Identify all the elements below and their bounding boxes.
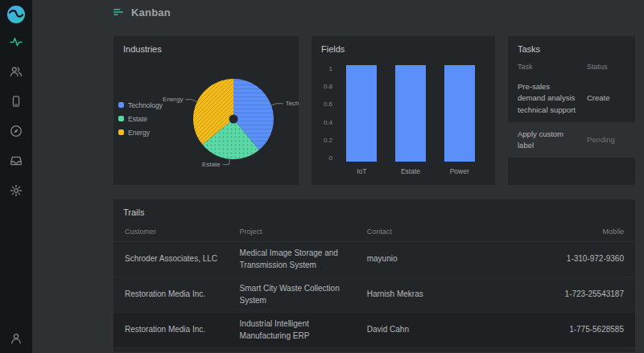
bar-plot: IoTEstatePower <box>337 65 484 185</box>
pie-wrap: Techno...EstateEnergy <box>170 60 297 178</box>
trail-cell-project: Industrial Intelligent Manufacturing ERP <box>240 318 367 342</box>
task-status: Pending <box>587 134 625 146</box>
tasks-col-status: Status <box>587 63 625 71</box>
trails-col-contact: Contact <box>367 228 467 236</box>
y-tick-label: 0.4 <box>324 119 332 126</box>
trails-col-customer: Customer <box>125 228 240 236</box>
fields-bar-chart: 10.80.60.40.20 IoTEstatePower <box>312 57 495 185</box>
settings-icon[interactable] <box>10 184 23 197</box>
task-name: Pre-sales demand analysis technical supp… <box>518 81 587 116</box>
bar-iot <box>346 65 377 162</box>
fields-card: Fields 10.80.60.40.20 IoTEstatePower <box>311 35 496 186</box>
pie-callout-label: Techno... <box>286 100 299 107</box>
y-tick-label: 0.2 <box>324 137 332 144</box>
trails-card: Trails Customer Project Contact Mobile S… <box>113 199 636 353</box>
trail-cell-customer: Restoration Media Inc. <box>125 289 240 301</box>
task-name: Apply custom label <box>518 129 587 152</box>
legend-label: Technology <box>128 101 163 109</box>
bar-area <box>337 65 386 162</box>
trail-cell-mobile: 1-723-25543187 <box>467 289 624 301</box>
trail-cell-customer: Schroder Associates, LLC <box>125 253 240 265</box>
trail-cell-project: Medical Image Storage and Transmission S… <box>240 248 367 271</box>
kanban-menu-icon[interactable] <box>113 6 124 18</box>
legend-label: Energy <box>128 129 150 137</box>
tasks-card: Tasks Task Status Pre-sales demand analy… <box>507 35 636 186</box>
task-status: Create <box>587 92 625 104</box>
legend-label: Estate <box>128 115 147 123</box>
trails-col-project: Project <box>240 228 367 236</box>
bar-power <box>444 65 475 162</box>
industries-card-title: Industries <box>114 36 299 57</box>
industries-pie-svg: Techno...EstateEnergy <box>170 60 297 178</box>
main-area: Kanban Industries TechnologyEstateEnergy… <box>32 0 644 353</box>
pie-legend: TechnologyEstateEnergy <box>118 101 170 137</box>
activity-icon[interactable] <box>10 35 23 48</box>
y-tick-label: 0 <box>329 154 332 162</box>
inbox-icon[interactable] <box>10 154 23 167</box>
industries-card: Industries TechnologyEstateEnergy Techno… <box>113 35 299 186</box>
x-tick-label: IoT <box>357 167 366 175</box>
sidebar-nav <box>10 35 23 197</box>
trail-row[interactable]: Restoration Media Inc.Smart City Waste C… <box>114 277 635 312</box>
compass-icon[interactable] <box>10 125 23 138</box>
trails-col-mobile: Mobile <box>467 228 624 236</box>
pie-callout-label: Estate <box>202 161 221 168</box>
trails-card-title: Trails <box>114 199 635 220</box>
trail-cell-customer: Restoration Media Inc. <box>125 324 240 336</box>
bar-column: Power <box>435 65 484 185</box>
trails-table-header: Customer Project Contact Mobile <box>114 220 635 241</box>
bar-y-axis: 10.80.60.40.20 <box>320 65 337 162</box>
legend-item-energy[interactable]: Energy <box>118 129 170 137</box>
trails-rows: Schroder Associates, LLCMedical Image St… <box>114 241 635 353</box>
legend-swatch <box>118 129 124 135</box>
bar-column: IoT <box>337 65 386 185</box>
trail-cell-mobile: 1-775-5628585 <box>467 324 624 336</box>
y-tick-label: 1 <box>329 65 332 72</box>
trail-row[interactable]: Schroder Associates, LLCMedical Image St… <box>114 241 635 277</box>
task-row[interactable]: Pre-sales demand analysis technical supp… <box>508 75 635 122</box>
device-icon[interactable] <box>10 95 23 108</box>
trail-cell-project: Smart City Waste Collection System <box>240 283 367 306</box>
bar-estate <box>395 65 426 162</box>
bar-area <box>435 65 484 162</box>
trail-cell-contact: Harnish Mekras <box>367 289 467 301</box>
bar-column: Estate <box>386 65 436 185</box>
header: Kanban <box>32 0 644 24</box>
top-row: Industries TechnologyEstateEnergy Techno… <box>113 35 636 186</box>
x-tick-label: Estate <box>401 167 420 175</box>
sidebar <box>0 0 32 353</box>
bar-area <box>386 65 436 162</box>
y-tick-label: 0.6 <box>324 101 332 108</box>
trail-row[interactable]: Ev1Shopping INC.Unmanned flying robotJam… <box>114 347 635 353</box>
legend-swatch <box>118 102 124 108</box>
industries-pie-chart: TechnologyEstateEnergy Techno...EstateEn… <box>114 57 299 185</box>
x-tick-label: Power <box>450 167 469 175</box>
y-tick-label: 0.8 <box>324 83 332 90</box>
tasks-table-header: Task Status <box>508 57 635 75</box>
trail-cell-mobile: 1-310-972-9360 <box>467 253 624 265</box>
page-title: Kanban <box>131 6 171 18</box>
task-row[interactable]: Apply custom labelPending <box>508 122 635 158</box>
tasks-col-task: Task <box>518 63 587 71</box>
tasks-rows: Pre-sales demand analysis technical supp… <box>508 75 635 158</box>
trail-cell-contact: David Cahn <box>367 324 467 336</box>
legend-item-estate[interactable]: Estate <box>118 115 170 123</box>
trail-cell-contact: mayunio <box>367 253 467 265</box>
content: Industries TechnologyEstateEnergy Techno… <box>32 24 644 353</box>
legend-swatch <box>118 116 124 121</box>
app-logo[interactable] <box>6 5 26 24</box>
fields-card-title: Fields <box>312 36 495 57</box>
pie-callout-label: Energy <box>163 96 183 103</box>
user-icon[interactable] <box>10 332 23 345</box>
tasks-card-title: Tasks <box>508 36 635 57</box>
trail-row[interactable]: Restoration Media Inc.Industrial Intelli… <box>114 312 635 347</box>
users-icon[interactable] <box>10 65 23 78</box>
